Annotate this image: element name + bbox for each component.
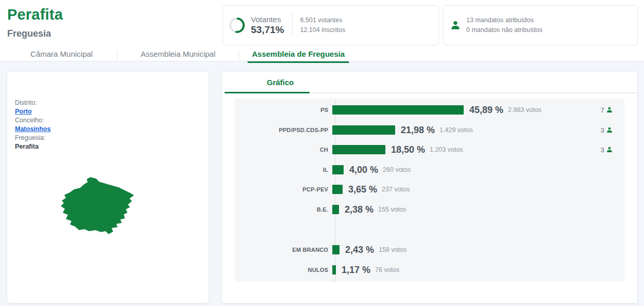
percent-value: 2,43 % [345,245,374,255]
mandates-count: 3 [600,126,604,134]
parish-map [59,174,140,238]
votes-value: 155 votos [378,206,406,213]
percent-value: 21,98 % [401,125,435,136]
person-icon [606,146,613,153]
turnout-percent: 53,71% [251,24,284,36]
mandates-not-attributed: 0 mandatos não atribuídos [466,25,543,35]
chart-row: B.E. 2,38 % 155 votos [235,205,624,214]
mandates-group: 3 [600,126,613,134]
tab-grafico[interactable]: Gráfico [255,78,306,87]
parish-name: Perafita [15,142,50,151]
votes-value: 158 votos [379,246,406,253]
result-bar [332,265,336,275]
party-label: PPD/PSD.CDS-PP [235,127,332,133]
mandates-count: 7 [600,106,604,114]
chart-row: IL 4,00 % 260 votos [235,165,624,174]
votes-value: 237 votos [382,186,410,193]
mandates-group: 7 [600,106,613,114]
turnout-labels: Votantes 53,71% [251,15,284,36]
results-card: Gráfico PS 45,89 % 2.983 votos 7 PPD/PSD… [222,71,638,303]
chart-tab-strip: Gráfico [222,72,637,93]
election-results-page: Perafita Freguesia Votantes 53,71% 6.501… [0,0,644,306]
council-label: Concelho: [15,116,50,125]
percent-value: 2,38 % [345,204,374,215]
result-bar [332,105,464,115]
votes-value: 1.203 votos [430,146,463,153]
percent-value: 1,17 % [342,265,370,276]
votes-value: 76 votos [375,266,399,273]
location-card: Distrito: Porto Concelho: Matosinhos Fre… [7,71,209,303]
chart-row: CH 18,50 % 1.203 votos 3 [235,145,624,154]
percent-value: 3,65 % [348,184,377,195]
turnout-label: Votantes [251,15,284,24]
turnout-divider [292,13,293,37]
result-bar [332,185,343,194]
party-label: IL [235,167,332,173]
parish-label: Freguesia: [15,134,50,142]
person-icon [450,20,461,31]
party-label: NULOS [235,267,332,273]
chart-row: EM BRANCO 2,43 % 158 votos [235,245,624,254]
page-subtitle: Freguesia [7,28,51,39]
party-label: EM BRANCO [235,247,332,253]
registered-count: 12.104 inscritos [300,25,345,35]
chart-row: NULOS 1,17 % 76 votos [235,265,624,275]
mandates-attributed: 13 mandatos atribuídos [466,15,543,25]
result-bar [332,125,395,135]
votes-value: 1.429 votos [439,126,473,134]
result-bar [332,145,385,154]
page-title: Perafita [7,6,63,23]
district-label: Distrito: [15,99,50,107]
active-tab-underline [248,61,349,63]
mandates-count: 3 [600,146,604,154]
party-label: PCP-PEV [235,186,332,192]
result-bar [332,165,344,174]
header: Perafita Freguesia Votantes 53,71% 6.501… [0,0,644,61]
turnout-detail: 6.501 votantes 12.104 inscritos [300,15,345,36]
result-bar [332,205,339,214]
assembly-tabs: Câmara Municipal Assembleia Municipal As… [6,49,358,61]
party-label: B.E. [235,206,332,213]
votes-value: 260 votos [383,166,411,173]
percent-value: 18,50 % [391,144,425,155]
location-block: Distrito: Porto Concelho: Matosinhos Fre… [15,99,50,151]
tab-camara-municipal[interactable]: Câmara Municipal [6,49,117,61]
voters-count: 6.501 votantes [300,15,345,25]
chart-row: PPD/PSD.CDS-PP 21,98 % 1.429 votos 3 [235,125,624,135]
votes-value: 2.983 votos [508,106,541,114]
district-link[interactable]: Porto [15,108,32,115]
turnout-gauge-icon [229,18,245,33]
chart-tab-underline [225,92,310,93]
party-label: PS [235,107,332,113]
tab-label: Assembleia de Freguesia [252,50,345,58]
council-link[interactable]: Matosinhos [15,125,50,133]
mandates-detail: 13 mandatos atribuídos 0 mandatos não at… [466,15,543,36]
chart-row: PCP-PEV 3,65 % 237 votos [235,185,624,194]
chart-row: PS 45,89 % 2.983 votos 7 [235,105,624,115]
mandates-box: 13 mandatos atribuídos 0 mandatos não at… [443,5,638,45]
mandates-group: 3 [600,146,613,154]
tab-assembleia-municipal[interactable]: Assembleia Municipal [117,49,239,61]
person-icon [606,106,613,114]
chart-panel: PS 45,89 % 2.983 votos 7 PPD/PSD.CDS-PP … [235,99,624,282]
percent-value: 45,89 % [469,105,503,116]
person-icon [606,126,613,134]
party-label: CH [235,147,332,153]
result-bar [332,245,340,254]
tab-assembleia-de-freguesia[interactable]: Assembleia de Freguesia [239,49,358,61]
percent-value: 4,00 % [349,165,378,175]
turnout-box: Votantes 53,71% 6.501 votantes 12.104 in… [223,5,439,45]
